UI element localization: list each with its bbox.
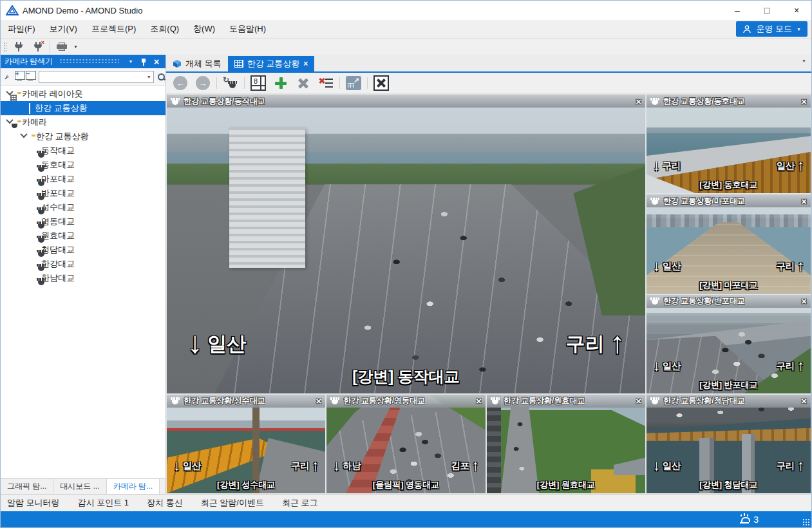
tree-item-cheongdam[interactable]: 청담대교	[1, 243, 165, 257]
panel-menu-caret[interactable]: ▼	[126, 57, 136, 67]
menu-project[interactable]: 프로젝트(P)	[84, 20, 143, 38]
chevron-expand-icon[interactable]	[20, 131, 27, 138]
add-camera-button[interactable]	[272, 74, 290, 92]
camera-panel-cheongdam[interactable]: 한강 교통상황/청담대교 × ↓ 일산 구리 ↑ [강변] 청담대교	[647, 395, 811, 493]
camera-panel-seongsu[interactable]: 한강 교통상황/성수대교 × ↓ 일산 구리 ↑ [강변] 성수대교	[167, 395, 325, 493]
menu-query[interactable]: 조회(Q)	[143, 20, 186, 38]
tree-item-hangang-group[interactable]: 한강 교통상황	[1, 129, 165, 144]
collapse-all-icon[interactable]	[28, 73, 33, 80]
back-button[interactable]: ←	[171, 74, 189, 92]
tree-item-hannam[interactable]: 한남대교	[1, 271, 165, 285]
camera-title: 한강 교통상황/원효대교	[504, 395, 585, 406]
tree-item-dongho[interactable]: 동호대교	[1, 158, 165, 172]
tree-label: 반포대교	[41, 187, 75, 199]
chevron-down-icon: ▼	[797, 27, 801, 32]
direction-label-up: 구리 ↑	[291, 457, 319, 474]
tree-item-dongjak[interactable]: 동작대교	[1, 144, 165, 158]
minimize-button[interactable]: –	[722, 1, 752, 20]
camera-close-icon[interactable]: ×	[636, 396, 641, 406]
print-button[interactable]	[54, 40, 70, 54]
tab-dashboard[interactable]: 대시보드 ...	[53, 479, 106, 494]
tree-item-seongsu[interactable]: 성수대교	[1, 200, 165, 214]
video-feed	[647, 95, 811, 193]
settings-wrench-icon[interactable]	[5, 72, 10, 82]
tab-recent-logs[interactable]: 최근 로그	[282, 497, 327, 509]
camera-title: 한강 교통상황/마포대교	[663, 196, 745, 207]
disconnect-button[interactable]: ×	[30, 40, 46, 54]
camera-close-icon[interactable]: ×	[476, 396, 482, 406]
tree-item-hangangbr[interactable]: 한강대교	[1, 257, 165, 271]
camera-panel-yeongdong[interactable]: 한강 교통상황/영동대교 × ↓ 하남 김포 ↑ [올림픽] 영동대교	[326, 395, 485, 493]
tree-item-mapo[interactable]: 마포대교	[1, 172, 165, 186]
camera-panel-header[interactable]: 한강 교통상황/청담대교 ×	[647, 395, 811, 408]
search-dropdown-caret[interactable]: ▼	[144, 75, 153, 79]
tree-item-hangang-layout[interactable]: 한강 교통상황	[1, 101, 165, 115]
menu-help[interactable]: 도움말(H)	[222, 20, 273, 38]
tab-camera-explorer[interactable]: 카메라 탐...	[107, 478, 160, 494]
remove-camera-button[interactable]	[294, 74, 312, 92]
camera-panel-dongjak[interactable]: 한강 교통상황/동작대교 × ↓ 일산 구리 ↑ [강변] 동작대교	[167, 95, 645, 393]
camera-panel-header[interactable]: 한강 교통상황/성수대교 ×	[167, 395, 325, 408]
camera-close-icon[interactable]: ×	[636, 97, 641, 106]
tab-watch-point[interactable]: 감시 포인트 1	[78, 497, 138, 509]
camera-panel-banpo[interactable]: 한강 교통상황/반포대교 × ↓ 일산 구리 ↑ [강변] 반포대교	[647, 295, 811, 393]
chevron-expand-icon[interactable]	[6, 117, 13, 124]
camera-panel-wonhyo[interactable]: 한강 교통상황/원효대교 × [강변] 원효대교	[487, 395, 645, 493]
panel-close-icon[interactable]: ×	[151, 57, 162, 67]
camera-panel-mapo[interactable]: 한강 교통상황/마포대교 × ↓ 일산 구리 ↑ [강변] 마포대교	[647, 194, 811, 293]
alarm-status[interactable]: 3	[739, 514, 759, 525]
tab-hangang-traffic[interactable]: 한강 교통상황 ×	[228, 56, 315, 71]
menu-file[interactable]: 파일(F)	[1, 20, 42, 38]
operation-mode-button[interactable]: 운영 모드 ▼	[736, 21, 807, 37]
grid-layout-button[interactable]: 8	[249, 74, 267, 92]
search-icon[interactable]	[157, 73, 162, 81]
tree-label: 카메라	[22, 117, 47, 128]
remove-all-button[interactable]	[317, 74, 335, 92]
camera-swap-button[interactable]: ↻	[222, 74, 240, 92]
camera-close-icon[interactable]: ×	[801, 97, 807, 106]
camera-panel-header[interactable]: 한강 교통상황/동호대교 ×	[647, 95, 811, 108]
close-button[interactable]: ×	[782, 1, 811, 20]
pin-icon[interactable]	[138, 57, 149, 67]
popout-button[interactable]	[345, 74, 363, 92]
camera-close-icon[interactable]: ×	[801, 196, 807, 206]
tree-item-camera-layouts[interactable]: 카메라 레이아웃	[1, 87, 165, 101]
tab-alarm-monitoring[interactable]: 알람 모니터링	[7, 497, 69, 509]
tree-item-banpo[interactable]: 반포대교	[1, 186, 165, 200]
menu-window[interactable]: 창(W)	[186, 20, 222, 38]
forward-button[interactable]: →	[194, 74, 212, 92]
camera-panel-header[interactable]: 한강 교통상황/동작대교 ×	[167, 95, 645, 108]
camera-caption: [강변] 원효대교	[487, 479, 645, 491]
tree-item-cameras[interactable]: 카메라	[1, 115, 165, 129]
maximize-button[interactable]: □	[752, 1, 782, 20]
toolbar-grip[interactable]	[3, 42, 7, 52]
tab-graphic-explorer[interactable]: 그래픽 탐...	[1, 479, 53, 494]
camera-panel-header[interactable]: 한강 교통상황/마포대교 ×	[647, 194, 811, 207]
video-feed	[647, 295, 811, 393]
camera-rotate-icon: ↻	[224, 78, 237, 88]
camera-panel-header[interactable]: 한강 교통상황/원효대교 ×	[487, 395, 645, 408]
camera-panel-header[interactable]: 한강 교통상황/반포대교 ×	[647, 295, 811, 308]
tab-recent-alarms[interactable]: 최근 알람/이벤트	[201, 497, 273, 509]
camera-explorer-header[interactable]: 카메라 탐색기 ▼ ×	[1, 55, 165, 68]
panel-title: 카메라 탐색기	[5, 56, 53, 67]
fullscreen-button[interactable]	[372, 74, 390, 92]
direction-label-up: 구리 ↑	[777, 258, 804, 274]
menu-view[interactable]: 보기(V)	[42, 20, 84, 38]
window-resize-grip[interactable]	[802, 518, 810, 526]
expand-all-icon[interactable]	[17, 73, 22, 80]
camera-search-input[interactable]	[39, 72, 144, 82]
tab-object-list[interactable]: 개체 목록	[166, 56, 228, 71]
camera-panel-dongho[interactable]: 한강 교통상황/동호대교 × ↓ 구리 일산 ↑ [강변] 동호대교	[647, 95, 811, 193]
camera-close-icon[interactable]: ×	[316, 396, 322, 406]
camera-close-icon[interactable]: ×	[801, 296, 807, 306]
tab-device-comm[interactable]: 장치 통신	[147, 497, 192, 509]
print-dropdown-caret[interactable]: ▼	[73, 44, 78, 49]
camera-close-icon[interactable]: ×	[801, 396, 807, 406]
connect-button[interactable]	[11, 40, 26, 54]
tree-item-wonhyo[interactable]: 원효대교	[1, 229, 165, 243]
camera-panel-header[interactable]: 한강 교통상황/영동대교 ×	[326, 395, 485, 408]
tab-close-icon[interactable]: ×	[303, 60, 308, 68]
tree-item-yeongdong[interactable]: 영동대교	[1, 214, 165, 229]
tab-overflow-caret[interactable]: ▼	[802, 59, 806, 63]
